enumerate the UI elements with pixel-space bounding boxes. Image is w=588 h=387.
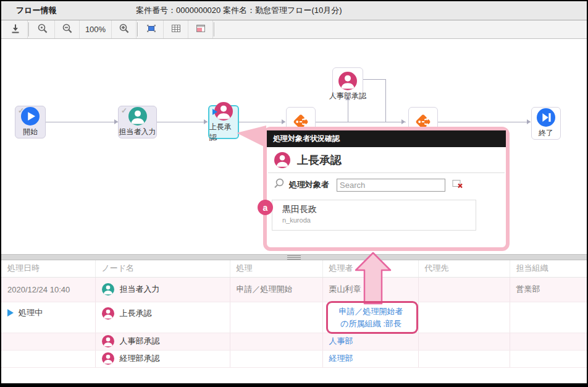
flow-canvas: ✓ 開始 ✓ 担当者入力 上長承認 bbox=[1, 39, 587, 254]
cell-proxy bbox=[418, 350, 510, 367]
person-icon bbox=[102, 307, 114, 320]
connector-line bbox=[316, 122, 406, 122]
actor-link[interactable]: 経理部 bbox=[329, 354, 353, 363]
annotation-arrow bbox=[355, 252, 392, 307]
history-table: 処理日時 ノード名 処理 処理者 代理先 担当組織 2020/12/24 10:… bbox=[1, 260, 587, 368]
clear-search-button[interactable] bbox=[452, 179, 464, 192]
cell-org: 営業部 bbox=[510, 277, 587, 302]
cell-org bbox=[510, 333, 587, 350]
target-search-input[interactable] bbox=[337, 179, 445, 192]
connector-arrowhead bbox=[527, 119, 531, 124]
connector-line bbox=[157, 122, 208, 122]
download-button[interactable] bbox=[3, 20, 28, 38]
fit-view-button[interactable] bbox=[139, 20, 164, 38]
actor-link[interactable]: 人事部 bbox=[329, 336, 353, 346]
flow-info-window: フロー情報 案件番号：0000000020 案件名：勤怠管理フロー(10月分) … bbox=[0, 0, 588, 387]
table-header-row: 処理日時 ノード名 処理 処理者 代理先 担当組織 bbox=[1, 260, 587, 277]
table-row: 2020/12/24 10:40 担当者入力 申請／処理開始 栗山利章 営業部 bbox=[1, 277, 587, 302]
user-id: n_kuroda bbox=[282, 216, 469, 224]
toolbar-separator bbox=[28, 22, 30, 36]
cell-datetime: 2020/12/24 10:40 bbox=[1, 277, 95, 302]
node-label: 担当者入力 bbox=[119, 127, 156, 137]
zoom-area-icon bbox=[37, 23, 48, 36]
col-header-org: 担当組織 bbox=[510, 260, 587, 277]
col-header-action: 処理 bbox=[230, 260, 322, 277]
popup-node-name: 上長承認 bbox=[297, 153, 342, 168]
cell-proxy bbox=[418, 277, 510, 302]
popup-callout-tail bbox=[237, 124, 266, 151]
node-name: 人事部承認 bbox=[120, 336, 160, 347]
actor-link[interactable]: 申請／処理開始者 の所属組織 :部長 bbox=[329, 305, 418, 330]
pane-splitter[interactable] bbox=[1, 254, 587, 260]
titlebar: フロー情報 案件番号：0000000020 案件名：勤怠管理フロー(10月分) bbox=[1, 1, 587, 20]
connector-arrowhead bbox=[204, 119, 208, 124]
popup-node-row: 上長承認 bbox=[267, 147, 506, 172]
fit-view-icon bbox=[146, 23, 157, 36]
flow-node-input[interactable]: ✓ 担当者入力 bbox=[118, 106, 157, 138]
status-label: 処理中 bbox=[19, 307, 43, 318]
connector-line bbox=[238, 122, 285, 122]
person-icon bbox=[102, 335, 114, 347]
search-row: 処理対象者 bbox=[267, 173, 506, 195]
target-field-label: 処理対象者 bbox=[289, 179, 329, 190]
cell-org bbox=[510, 302, 587, 333]
connector-arrowhead bbox=[282, 119, 285, 124]
case-info: 案件番号：0000000020 案件名：勤怠管理フロー(10月分) bbox=[136, 5, 342, 16]
completed-check-icon: ✓ bbox=[121, 106, 127, 115]
zoom-out-icon bbox=[62, 23, 73, 36]
popup-title: 処理対象者状況確認 bbox=[267, 130, 506, 147]
cell-node: 担当者入力 bbox=[102, 283, 230, 296]
node-name: 経理部承認 bbox=[120, 353, 160, 364]
table-row: 経理部承認 経理部 bbox=[1, 350, 587, 367]
table-row: 人事部承認 人事部 bbox=[1, 333, 587, 350]
zoom-in-icon bbox=[119, 23, 130, 36]
cell-datetime bbox=[1, 350, 95, 367]
user-badge: a bbox=[258, 200, 273, 215]
target-user-card[interactable]: 黒田長政 n_kuroda bbox=[272, 200, 476, 231]
flow-node-end[interactable]: 終了 bbox=[531, 107, 561, 140]
panel-layout-button[interactable] bbox=[188, 20, 213, 38]
zoom-in-button[interactable] bbox=[112, 20, 136, 38]
target-status-popup: 処理対象者状況確認 上長承認 処理対象者 bbox=[263, 127, 510, 251]
zoom-select-button[interactable] bbox=[30, 20, 55, 38]
table-row: 処理中 上長承認 申請／処理開始者 の所属組織 :部長 bbox=[1, 302, 587, 333]
flow-node-boss-approval[interactable]: 上長承認 bbox=[208, 105, 239, 139]
cell-node: 上長承認 bbox=[102, 307, 230, 320]
user-name: 黒田長政 bbox=[282, 204, 469, 215]
status-cell: 処理中 bbox=[7, 307, 95, 318]
page-title: フロー情報 bbox=[16, 5, 57, 16]
zoom-level-button[interactable]: 100% bbox=[80, 20, 112, 38]
cell-action: 申請／処理開始 bbox=[230, 277, 322, 302]
cell-proxy bbox=[418, 302, 510, 333]
person-icon bbox=[338, 72, 357, 90]
cell-action bbox=[230, 333, 322, 350]
connector-line bbox=[348, 100, 348, 122]
panel-layout-icon bbox=[195, 23, 206, 36]
processing-status-icon bbox=[7, 309, 14, 317]
cell-action bbox=[230, 302, 322, 333]
connector-line bbox=[46, 122, 118, 122]
person-icon bbox=[102, 352, 114, 365]
cell-node: 人事部承認 bbox=[102, 335, 230, 347]
flow-node-start[interactable]: ✓ 開始 bbox=[15, 106, 46, 138]
zoom-out-button[interactable] bbox=[55, 20, 80, 38]
connector-line bbox=[385, 79, 386, 122]
connector-line bbox=[363, 79, 385, 80]
cell-datetime bbox=[1, 333, 95, 350]
col-header-datetime: 処理日時 bbox=[1, 260, 95, 277]
cell-node: 経理部承認 bbox=[102, 352, 230, 365]
toolbar-separator bbox=[214, 22, 215, 36]
search-icon bbox=[273, 177, 285, 192]
download-icon bbox=[10, 23, 21, 36]
end-icon bbox=[537, 108, 555, 127]
current-node-icon bbox=[212, 109, 217, 115]
node-name: 担当者入力 bbox=[120, 284, 160, 295]
col-header-node: ノード名 bbox=[95, 260, 230, 277]
cell-org bbox=[510, 350, 587, 367]
toolbar-separator bbox=[137, 22, 138, 36]
clear-icon bbox=[452, 179, 464, 192]
history-table-button[interactable] bbox=[164, 20, 188, 38]
connector-arrowhead bbox=[401, 119, 405, 124]
node-label: 上長承認 bbox=[209, 122, 238, 143]
cell-action bbox=[230, 350, 322, 367]
